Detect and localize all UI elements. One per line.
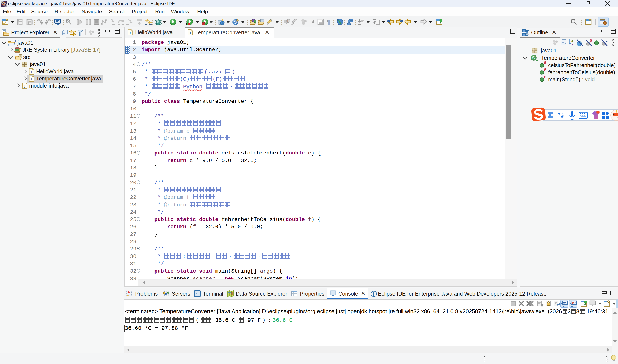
svg-text:EE: EE xyxy=(2,1,5,4)
svg-text:C: C xyxy=(287,19,289,23)
svg-text:z: z xyxy=(572,43,573,46)
svg-text:J: J xyxy=(129,31,131,35)
svg-text:C: C xyxy=(532,56,535,60)
svg-text:J: J xyxy=(24,84,26,88)
svg-text:S: S xyxy=(234,20,237,25)
svg-text:IDE: IDE xyxy=(2,4,5,6)
svg-text:¶: ¶ xyxy=(326,18,330,25)
svg-text:S: S xyxy=(590,39,592,42)
svg-text:J: J xyxy=(189,31,191,35)
svg-text:a: a xyxy=(571,39,573,43)
svg-text:J: J xyxy=(15,39,16,43)
svg-text:L: L xyxy=(605,39,607,42)
svg-text:J: J xyxy=(30,70,32,74)
svg-text:J: J xyxy=(30,77,32,81)
